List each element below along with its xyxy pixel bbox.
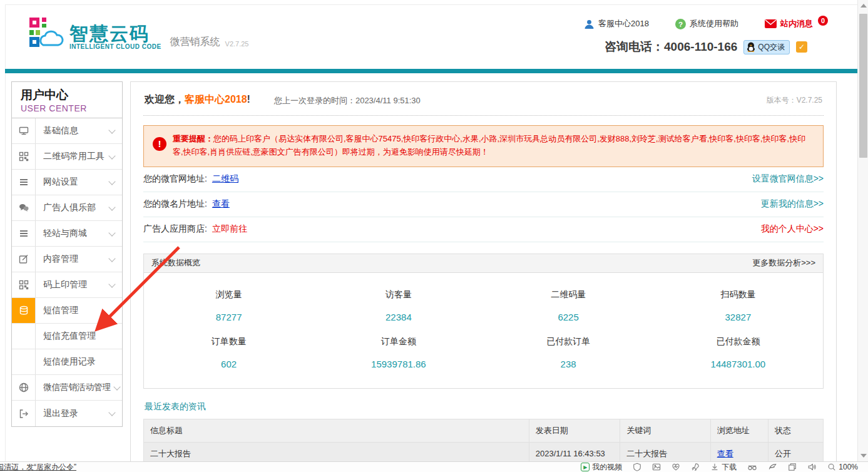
zoom-control[interactable]: 100% <box>827 463 858 471</box>
speaker-icon[interactable] <box>807 463 817 471</box>
welcome-prefix: 欢迎您， <box>145 94 185 105</box>
help-link[interactable]: ? 系统使用帮助 <box>675 18 738 29</box>
app-store-row: 广告人应用商店: 立即前往 我的个人中心>> <box>143 217 824 242</box>
globe-icon <box>19 382 29 392</box>
chevron-down-icon <box>108 178 115 185</box>
stat-page-views: 浏览量87277 <box>144 282 314 329</box>
sidebar-item-print-code-mgmt[interactable]: 码上印管理 <box>12 272 122 298</box>
update-info-link[interactable]: 更新我的信息>> <box>761 198 824 210</box>
sidebar-item-label: 轻站与商城 <box>36 221 110 246</box>
sidebar-item-content-mgmt[interactable]: 内容管理 <box>12 247 122 272</box>
shield-icon[interactable] <box>633 463 641 471</box>
messages-badge: 0 <box>818 16 828 26</box>
recent-news-title: 最近发表的资讯 <box>145 401 822 413</box>
version-note: 版本号：V2.7.25 <box>767 93 822 106</box>
chevron-down-icon <box>113 383 120 390</box>
more-analysis-link[interactable]: 更多数据分析>>> <box>752 257 815 269</box>
col-date: 发表日期 <box>529 419 620 442</box>
hotline-phone: 咨询电话：4006-110-166 <box>605 39 737 55</box>
download-label: 下载 <box>722 462 737 472</box>
scroll-down-arrow-icon[interactable] <box>860 454 867 458</box>
download-icon <box>710 463 719 471</box>
wing-icon[interactable] <box>768 463 777 471</box>
product-name: 微营销系统 <box>170 36 220 49</box>
micro-card-label: 您的微名片地址: <box>143 198 207 210</box>
news-table-header-row: 信息标题 发表日期 关键词 浏览地址 状态 <box>144 419 824 442</box>
set-micro-site-link[interactable]: 设置微官网信息>> <box>752 173 824 185</box>
stat-visitors: 访客量22384 <box>314 282 483 329</box>
logout-icon <box>19 409 29 419</box>
sidebar-item-label: 网站设置 <box>36 170 110 195</box>
sidebar-title: 用户中心 <box>21 87 113 103</box>
qq-chat-button[interactable]: QQ交谈 <box>743 40 790 54</box>
chevron-down-icon <box>108 152 115 159</box>
current-user[interactable]: 客服中心2018 <box>584 18 649 29</box>
micro-site-row: 您的微官网地址: 二维码 设置微官网信息>> <box>143 167 824 192</box>
product-version: V2.7.25 <box>225 40 249 48</box>
envelope-icon <box>765 19 777 28</box>
qq-penguin-icon <box>747 42 755 52</box>
stats-body: 浏览量87277 访客量22384 二维码量6225 扫码数量32827 订单数… <box>143 273 824 389</box>
sidebar-item-label: 短信管理 <box>36 298 122 323</box>
qrcode-icon <box>19 151 29 162</box>
qrcode-icon <box>19 280 29 290</box>
monitor-icon <box>19 126 29 136</box>
logo-title: 智慧云码 <box>69 24 161 44</box>
browser-status-bar: 国清迈，发“居家办公令” ▶ 我的视频 下载 <box>0 461 868 472</box>
sidebar-subtitle: USER CENTER <box>21 103 113 113</box>
user-icon <box>584 19 595 29</box>
site-messages-link[interactable]: 站内消息 0 <box>765 18 828 29</box>
download-button[interactable]: 下载 <box>710 462 737 472</box>
sidebar-item-qrcode-tools[interactable]: 二维码常用工具 <box>12 144 122 170</box>
heart-icon[interactable] <box>671 463 680 471</box>
sidebar-item-basic-info[interactable]: 基础信息 <box>12 118 122 144</box>
messages-label: 站内消息 <box>780 18 813 29</box>
micro-site-link[interactable]: 二维码 <box>212 173 238 185</box>
zoom-level: 100% <box>839 463 858 471</box>
help-icon: ? <box>675 19 686 29</box>
app-store-label: 广告人应用商店: <box>143 223 207 235</box>
qq-verified-icon[interactable]: ✓ <box>796 41 807 53</box>
sidebar-item-label: 微信营销活动管理 <box>36 375 115 400</box>
sidebar-item-sms-usage-records[interactable]: 短信使用记录 <box>12 349 122 375</box>
logo-subtitle: INTELLIGENT CLOUD CODE <box>69 43 161 50</box>
sidebar-header: 用户中心 USER CENTER <box>12 82 122 118</box>
col-status: 状态 <box>768 419 824 442</box>
app-store-link[interactable]: 立即前往 <box>212 223 247 235</box>
incognito-glasses-icon[interactable] <box>747 463 757 471</box>
alert-exclamation-icon: ! <box>153 137 166 151</box>
col-title: 信息标题 <box>144 419 529 442</box>
main-content: 欢迎您，客服中心2018! 您上一次登录的时间：2023/4/11 9:51:3… <box>130 81 837 472</box>
micro-card-row: 您的微名片地址: 查看 更新我的信息>> <box>143 192 824 217</box>
scroll-up-arrow-icon[interactable] <box>860 4 867 8</box>
sidebar-item-advertiser-club[interactable]: 广告人俱乐部 <box>12 195 122 221</box>
sidebar-item-sms-recharge-mgmt[interactable]: 短信充值管理 <box>12 324 122 349</box>
stats-header: 系统数据概览 更多数据分析>>> <box>143 254 824 273</box>
sidebar-item-wechat-marketing-mgmt[interactable]: 微信营销活动管理 <box>12 375 122 401</box>
sidebar-item-site-settings[interactable]: 网站设置 <box>12 170 122 195</box>
sidebar-item-logout[interactable]: 退出登录 <box>12 401 122 426</box>
stat-qrcodes: 二维码量6225 <box>484 282 653 329</box>
last-login-time: 您上一次登录的时间：2023/4/11 9:51:30 <box>274 93 421 106</box>
scrollbar-thumb[interactable] <box>859 14 867 158</box>
stat-paid-orders: 已付款订单238 <box>484 329 653 376</box>
logo-qr-cloud-icon <box>28 16 64 50</box>
welcome-username: 客服中心2018 <box>185 94 247 105</box>
news-view-link[interactable]: 查看 <box>717 449 733 458</box>
image-icon[interactable] <box>652 463 661 471</box>
alert-title: 重要提醒： <box>173 134 213 143</box>
sidebar-item-label: 短信充值管理 <box>36 324 122 349</box>
window-restore-icon[interactable] <box>788 463 797 471</box>
comments-icon <box>19 203 29 213</box>
micro-card-link[interactable]: 查看 <box>212 198 230 210</box>
scrollbar[interactable] <box>857 0 868 461</box>
sidebar-item-sms-mgmt[interactable]: 短信管理 <box>12 298 122 324</box>
col-keyword: 关键词 <box>620 419 710 442</box>
my-video-button[interactable]: ▶ 我的视频 <box>581 462 622 472</box>
current-user-label: 客服中心2018 <box>598 18 649 29</box>
personal-center-link[interactable]: 我的个人中心>> <box>761 223 824 235</box>
welcome-suffix: ! <box>247 94 250 105</box>
welcome-row: 欢迎您，客服中心2018! 您上一次登录的时间：2023/4/11 9:51:3… <box>143 82 824 116</box>
rocket-icon[interactable] <box>691 463 700 471</box>
sidebar-item-lite-site-mall[interactable]: 轻站与商城 <box>12 221 122 247</box>
